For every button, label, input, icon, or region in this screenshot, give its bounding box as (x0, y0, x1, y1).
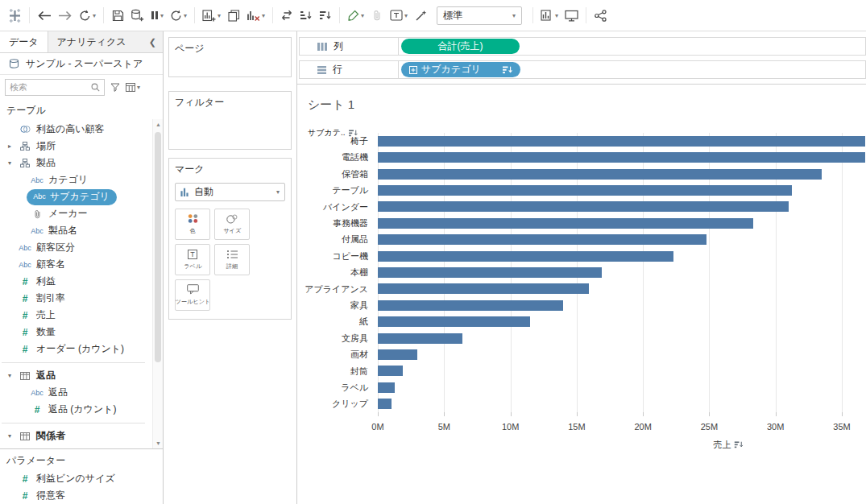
category-label[interactable]: 本棚 (297, 264, 368, 280)
selected-field-pill[interactable]: Abcサブカテゴリ (27, 189, 117, 205)
field-item[interactable]: Abcサブカテゴリ (0, 188, 151, 205)
search-box[interactable] (5, 79, 105, 96)
field-item[interactable]: #利益ビンのサイズ (0, 470, 163, 487)
dropdown-caret-icon[interactable]: ▾ (184, 12, 187, 19)
pages-card[interactable]: ページ (168, 37, 292, 77)
category-label[interactable]: 画材 (297, 346, 368, 362)
highlight-button[interactable]: ▾ (344, 3, 367, 27)
chevron-down-icon[interactable]: ▾ (6, 159, 14, 167)
field-item[interactable]: #利益 (0, 273, 151, 290)
bar-事務機器[interactable] (378, 218, 753, 229)
category-label[interactable]: 封筒 (297, 363, 368, 379)
marks-button-label[interactable]: Tラベル (175, 244, 210, 275)
scroll-up-icon[interactable]: ▲ (153, 119, 163, 130)
undo-button[interactable] (34, 3, 55, 27)
bar-アプライアンス[interactable] (378, 283, 589, 294)
view-options-icon[interactable]: ▾ (126, 83, 140, 92)
field-item[interactable]: Abc返品 (0, 384, 151, 401)
chevron-down-icon[interactable]: ▾ (6, 372, 14, 379)
dropdown-caret-icon[interactable]: ▾ (262, 12, 265, 19)
field-item[interactable]: Abc顧客区分 (0, 239, 151, 256)
bar-封筒[interactable] (378, 366, 403, 376)
bar-クリップ[interactable] (378, 399, 392, 409)
bar-コピー機[interactable] (378, 251, 673, 262)
bar-紙[interactable] (378, 316, 530, 327)
group-members-button[interactable] (367, 3, 387, 27)
field-item[interactable]: Abcカテゴリ (0, 171, 151, 188)
pill-subcategory[interactable]: サブカテゴリ (401, 62, 520, 77)
dropdown-caret-icon[interactable]: ▾ (404, 12, 408, 19)
rows-shelf-drop[interactable]: サブカテゴリ (399, 60, 866, 79)
category-label[interactable]: アプライアンス (297, 281, 368, 297)
marks-button-size[interactable]: サイズ (214, 209, 250, 240)
bar-付属品[interactable] (378, 234, 706, 245)
fit-dropdown[interactable]: 標準 ▾ (437, 6, 522, 25)
expand-hierarchy-icon[interactable] (409, 66, 417, 74)
show-mark-labels-button[interactable]: ▾ (387, 3, 411, 27)
share-button[interactable] (590, 3, 610, 27)
new-datasource-button[interactable] (127, 3, 147, 27)
field-item[interactable]: #割引率 (0, 290, 151, 307)
presentation-mode-button[interactable] (561, 3, 582, 27)
dropdown-caret-icon[interactable]: ▾ (218, 12, 221, 19)
bar-バインダー[interactable] (378, 201, 789, 212)
pill-sum-sales[interactable]: 合計(売上) (401, 39, 520, 54)
tab-analytics[interactable]: アナリティクス (48, 31, 135, 52)
sort-descending-icon[interactable] (503, 66, 512, 74)
field-item[interactable]: ▾関係者 (0, 428, 151, 444)
bar-家具[interactable] (378, 300, 563, 311)
new-worksheet-button[interactable]: ▾ (199, 3, 224, 27)
category-label[interactable]: 文房具 (297, 330, 368, 346)
filters-card[interactable]: フィルター (168, 91, 292, 150)
field-item[interactable]: Abc製品名 (0, 222, 151, 239)
save-button[interactable] (108, 3, 127, 27)
redo-button[interactable] (55, 3, 76, 27)
category-label[interactable]: ラベル (297, 379, 368, 395)
bar-画材[interactable] (378, 349, 417, 360)
dropdown-caret-icon[interactable]: ▾ (93, 12, 96, 19)
duplicate-button[interactable] (224, 3, 243, 27)
bar-電話機[interactable] (378, 152, 865, 163)
dropdown-caret-icon[interactable]: ▾ (160, 12, 164, 19)
sort-icon[interactable] (735, 441, 744, 448)
pause-updates-button[interactable]: ▾ (147, 3, 167, 27)
field-item[interactable]: ▾返品 (0, 367, 151, 384)
category-label[interactable]: クリップ (297, 395, 368, 411)
chevron-right-icon[interactable]: ▸ (6, 143, 14, 150)
clear-sheet-button[interactable]: ▾ (243, 3, 268, 27)
filter-fields-icon[interactable] (110, 83, 120, 92)
bar-保管箱[interactable] (378, 169, 822, 180)
bar-ラベル[interactable] (378, 382, 395, 393)
field-item[interactable]: #数量 (0, 324, 151, 341)
bar-椅子[interactable] (378, 136, 865, 147)
bar-文房具[interactable] (378, 333, 462, 344)
chevron-down-icon[interactable]: ▾ (6, 432, 14, 440)
marks-button-color[interactable]: 色 (175, 209, 210, 240)
collapse-pane-icon[interactable]: ❮ (143, 31, 163, 52)
field-item[interactable]: ▸場所 (0, 138, 151, 155)
field-item[interactable]: #返品 (カウント) (0, 401, 151, 418)
category-label[interactable]: コピー機 (297, 248, 368, 264)
category-label[interactable]: 椅子 (297, 133, 368, 149)
scroll-down-icon[interactable]: ▼ (153, 438, 163, 448)
field-item[interactable]: #オーダー (カウント) (0, 341, 151, 357)
fix-axes-button[interactable] (411, 3, 430, 27)
replay-button[interactable]: ▾ (76, 3, 99, 27)
swap-axes-button[interactable] (277, 3, 296, 27)
field-item[interactable]: Abc顧客名 (0, 256, 151, 273)
field-item[interactable]: ▾製品 (0, 155, 151, 171)
bar-テーブル[interactable] (378, 185, 792, 196)
category-label[interactable]: テーブル (297, 182, 368, 198)
refresh-datasource-button[interactable]: ▾ (167, 3, 190, 27)
x-axis-title[interactable]: 売上 (714, 439, 744, 451)
columns-shelf-drop[interactable]: 合計(売上) (399, 37, 866, 56)
marks-button-detail[interactable]: 詳細 (214, 244, 250, 275)
category-label[interactable]: 事務機器 (297, 215, 368, 231)
field-item[interactable]: メーカー (0, 205, 151, 222)
sidebar-scrollbar[interactable]: ▲ ▼ (152, 119, 163, 448)
dropdown-caret-icon[interactable]: ▾ (137, 84, 140, 91)
field-item[interactable]: #売上 (0, 307, 151, 324)
show-hide-cards-button[interactable]: ▾ (537, 3, 561, 27)
mark-type-dropdown[interactable]: 自動 ▾ (175, 183, 285, 201)
category-label[interactable]: 家具 (297, 297, 368, 313)
